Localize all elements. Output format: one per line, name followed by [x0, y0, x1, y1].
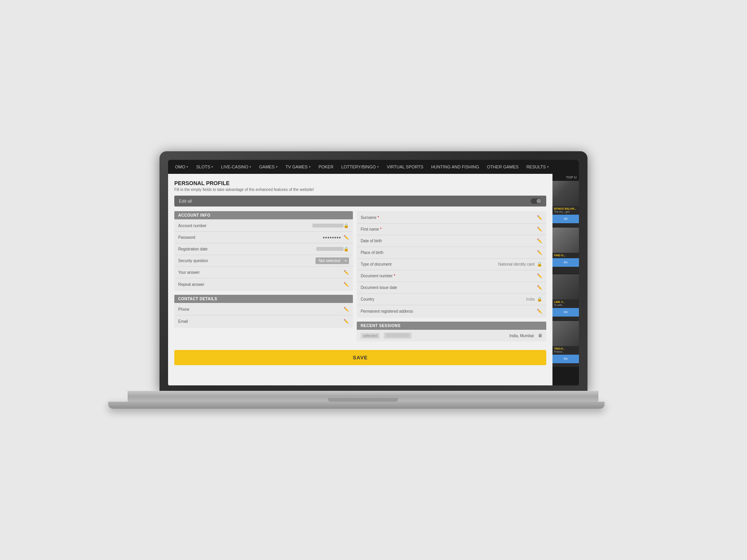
chevron-icon: ▾ — [276, 165, 278, 169]
surname-label: Surname — [361, 215, 535, 220]
security-question-row: Security question Not selected — [174, 255, 353, 267]
edit-answer-icon[interactable]: ✏️ — [344, 270, 349, 275]
edit-repeat-answer-icon[interactable]: ✏️ — [344, 282, 349, 287]
edit-phone-icon[interactable]: ✏️ — [344, 307, 349, 312]
nav-item-tv-games[interactable]: TV GAMES ▾ — [282, 160, 315, 174]
edit-pob-icon[interactable]: ✏️ — [537, 250, 542, 255]
password-label: Password — [178, 235, 323, 240]
first-name-label: First name — [361, 227, 535, 231]
sidebar-card-image-3 — [552, 274, 579, 299]
edit-all-toggle[interactable] — [531, 198, 542, 204]
surname-row: Surname ✏️ — [357, 212, 546, 224]
screen-content: OMO ▾ SLOTS ▾ LIVE-CASINO ▾ GAMES ▾ — [168, 160, 579, 385]
email-row: Email ✏️ — [174, 315, 353, 327]
lock-icon: 🔒 — [537, 297, 542, 302]
edit-surname-icon[interactable]: ✏️ — [537, 215, 542, 220]
permanent-address-label: Permanent registered address — [361, 309, 535, 313]
sidebar-card-text-3: LINK Y... To with... — [552, 299, 579, 308]
content-area[interactable]: PERSONAL PROFILE Fill in the empty field… — [168, 174, 552, 385]
account-number-value — [312, 224, 344, 228]
nav-item-other-games[interactable]: OTHER GAMES — [483, 160, 523, 174]
account-info-header: ACCOUNT INFO — [174, 211, 353, 219]
security-question-select[interactable]: Not selected — [316, 257, 349, 264]
sidebar-card-sub-4: Protect... — [554, 350, 577, 354]
edit-address-icon[interactable]: ✏️ — [537, 309, 542, 314]
nav-item-slots[interactable]: SLOTS ▾ — [192, 160, 217, 174]
contact-details-fields: Phone ✏️ Email ✏️ — [174, 303, 353, 328]
your-answer-label: Your answer — [178, 270, 341, 275]
sidebar-card-image-4 — [552, 321, 579, 346]
laptop-wrapper: OMO ▾ SLOTS ▾ LIVE-CASINO ▾ GAMES ▾ — [160, 151, 587, 409]
page-title: PERSONAL PROFILE — [174, 180, 546, 186]
edit-password-icon[interactable]: ✏️ — [344, 235, 349, 240]
nav-item-lottery[interactable]: LOTTERY/BINGO ▾ — [337, 160, 383, 174]
security-question-select-wrapper: Not selected — [316, 257, 349, 264]
lock-icon: 🔒 — [537, 262, 542, 267]
sidebar-card-3: LINK Y... To with... EN — [552, 274, 579, 321]
phone-label: Phone — [178, 307, 341, 312]
recent-sessions-header: RECENT SESSIONS — [357, 322, 546, 330]
nav-item-virtual-sports[interactable]: VIRTUAL SPORTS — [383, 160, 427, 174]
contact-details-header: CONTACT DETAILS — [174, 295, 353, 303]
account-number-label: Account number — [178, 224, 312, 228]
nav-item-promo[interactable]: OMO ▾ — [171, 160, 192, 174]
recent-sessions-section: RECENT SESSIONS selected India, Mumbai 🖥 — [357, 322, 546, 341]
edit-email-icon[interactable]: ✏️ — [344, 319, 349, 324]
save-button[interactable]: SAVE — [174, 350, 546, 365]
edit-first-name-icon[interactable]: ✏️ — [537, 227, 542, 232]
edit-doc-issue-date-icon[interactable]: ✏️ — [537, 285, 542, 290]
account-info-fields: Account number 🔒 Password •••••••• — [174, 219, 353, 291]
sidebar-card-btn-3[interactable]: EN — [552, 308, 579, 317]
sidebar-card-btn-1[interactable]: DE — [552, 215, 579, 223]
date-of-birth-label: Date of birth — [361, 239, 535, 243]
account-number-row: Account number 🔒 — [174, 220, 353, 232]
nav-item-live-casino[interactable]: LIVE-CASINO ▾ — [217, 160, 255, 174]
nav-item-hunting[interactable]: HUNTING AND FISHING — [427, 160, 483, 174]
document-type-label: Type of document — [361, 262, 498, 266]
sidebar-card-btn-2[interactable]: EN — [552, 258, 579, 267]
country-label: Country — [361, 297, 526, 301]
chevron-icon: ▾ — [186, 165, 188, 169]
registration-date-label: Registration date — [178, 247, 316, 251]
chevron-icon: ▾ — [547, 165, 549, 169]
navigation-bar: OMO ▾ SLOTS ▾ LIVE-CASINO ▾ GAMES ▾ — [168, 160, 579, 174]
sidebar-card-title-2: FIND O... — [554, 254, 577, 257]
sidebar-card-title-1: BONUS BALAN... — [554, 207, 577, 210]
password-value: •••••••• — [323, 234, 341, 241]
password-row: Password •••••••• ✏️ — [174, 232, 353, 243]
permanent-address-row: Permanent registered address ✏️ — [357, 305, 546, 317]
edit-doc-number-icon[interactable]: ✏️ — [537, 273, 542, 278]
document-number-row: Document number ✏️ — [357, 270, 546, 282]
chevron-icon: ▾ — [377, 165, 379, 169]
nav-item-results[interactable]: RESULTS ▾ — [523, 160, 553, 174]
edit-dob-icon[interactable]: ✏️ — [537, 238, 542, 243]
lock-icon: 🔒 — [344, 247, 349, 252]
place-of-birth-row: Place of birth ✏️ — [357, 247, 546, 259]
right-sidebar: TOP U BONUS BALAN... The mo... get! DE — [552, 174, 579, 385]
document-number-label: Document number — [361, 274, 535, 278]
chevron-icon: ▾ — [249, 165, 251, 169]
session-row: selected India, Mumbai 🖥 — [357, 330, 546, 341]
repeat-answer-row: Repeat answer ✏️ — [174, 278, 353, 290]
phone-row: Phone ✏️ — [174, 304, 353, 315]
sidebar-card-sub-3: To with... — [554, 304, 577, 307]
session-date — [384, 332, 412, 339]
edit-all-label: Edit all — [179, 199, 192, 203]
personal-info-fields: Surname ✏️ First name ✏️ Date of birth — [357, 211, 546, 318]
laptop-screen: OMO ▾ SLOTS ▾ LIVE-CASINO ▾ GAMES ▾ — [168, 160, 579, 385]
sidebar-card-4: TWO-F... Protect... EN — [552, 321, 579, 368]
document-type-row: Type of document National identity card … — [357, 259, 546, 270]
contact-details-section: CONTACT DETAILS Phone ✏️ Email — [174, 295, 353, 328]
nav-item-games[interactable]: GAMES ▾ — [255, 160, 282, 174]
your-answer-row: Your answer ✏️ — [174, 267, 353, 278]
screen-bezel: OMO ▾ SLOTS ▾ LIVE-CASINO ▾ GAMES ▾ — [160, 151, 587, 391]
lock-icon: 🔒 — [344, 223, 349, 228]
sidebar-card-image-1 — [552, 181, 579, 206]
sidebar-card-sub-1: The mo... get! — [554, 210, 577, 214]
nav-item-poker[interactable]: POKER — [315, 160, 338, 174]
sidebar-card-btn-4[interactable]: EN — [552, 355, 579, 363]
page-subtitle: Fill in the empty fields to take advanta… — [174, 187, 546, 192]
sidebar-card-1: BONUS BALAN... The mo... get! DE — [552, 181, 579, 228]
edit-all-bar: Edit all — [174, 196, 546, 206]
session-location: India, Mumbai — [509, 334, 534, 338]
